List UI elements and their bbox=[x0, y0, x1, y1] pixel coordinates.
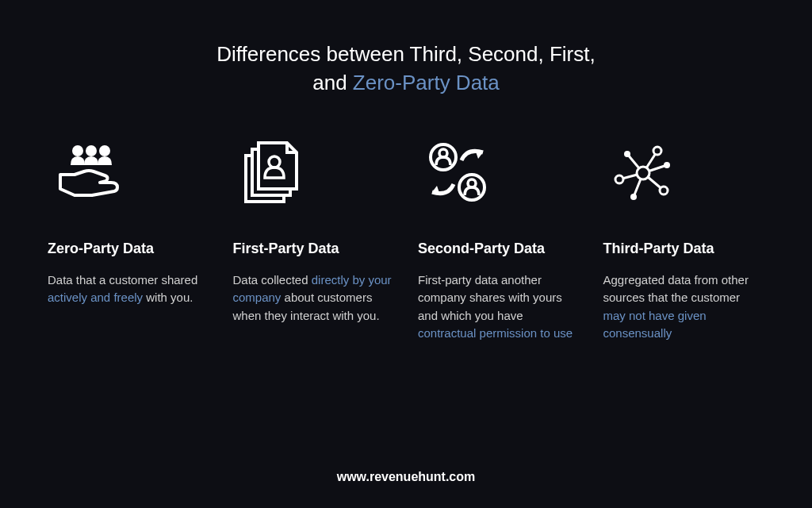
column-third-party: Third-Party Data Aggregated data from ot… bbox=[603, 137, 765, 454]
header: Differences between Third, Second, First… bbox=[48, 40, 764, 98]
desc-highlight: may not have given consensually bbox=[603, 309, 707, 341]
svg-point-21 bbox=[615, 175, 623, 183]
svg-point-2 bbox=[99, 145, 110, 156]
footer-url: www.revenuehunt.com bbox=[337, 470, 476, 483]
column-title: Second-Party Data bbox=[418, 241, 580, 257]
desc-highlight: contractual permission to use bbox=[418, 326, 573, 340]
column-title: Third-Party Data bbox=[603, 241, 765, 257]
svg-point-18 bbox=[664, 162, 670, 168]
column-description: Data that a customer shared actively and… bbox=[48, 271, 209, 307]
svg-point-20 bbox=[630, 194, 637, 200]
documents-icon bbox=[233, 137, 395, 209]
svg-point-0 bbox=[72, 145, 83, 156]
title-line1: Differences between Third, Second, First… bbox=[216, 42, 595, 66]
title-line2-prefix: and bbox=[312, 71, 353, 94]
column-description: Data collected directly by your company … bbox=[233, 271, 395, 325]
desc-prefix: Data collected bbox=[233, 273, 312, 287]
column-title: Zero-Party Data bbox=[48, 241, 209, 257]
svg-point-17 bbox=[653, 147, 661, 155]
column-first-party: First-Party Data Data collected directly… bbox=[233, 137, 395, 454]
desc-prefix: Data that a customer shared bbox=[48, 273, 197, 287]
column-title: First-Party Data bbox=[233, 241, 395, 257]
main-container: Differences between Third, Second, First… bbox=[0, 0, 812, 508]
columns-wrapper: Zero-Party Data Data that a customer sha… bbox=[48, 137, 764, 454]
desc-prefix: Aggregated data from other sources that … bbox=[603, 273, 749, 305]
column-zero-party: Zero-Party Data Data that a customer sha… bbox=[48, 137, 209, 454]
desc-highlight: actively and freely bbox=[48, 291, 143, 304]
hand-people-icon bbox=[48, 137, 209, 209]
svg-point-22 bbox=[624, 151, 630, 157]
column-second-party: Second-Party Data First-party data anoth… bbox=[418, 137, 580, 454]
svg-point-1 bbox=[86, 145, 97, 156]
footer: www.revenuehunt.com bbox=[48, 470, 764, 484]
svg-point-16 bbox=[637, 167, 649, 179]
exchange-people-icon bbox=[418, 137, 580, 209]
network-icon bbox=[603, 137, 765, 209]
title-accent: Zero-Party Data bbox=[353, 71, 500, 94]
svg-point-19 bbox=[660, 187, 668, 194]
page-title: Differences between Third, Second, First… bbox=[48, 40, 764, 98]
desc-suffix: with you. bbox=[143, 291, 193, 304]
column-description: First-party data another company shares … bbox=[418, 271, 580, 343]
desc-prefix: First-party data another company shares … bbox=[418, 273, 562, 322]
column-description: Aggregated data from other sources that … bbox=[603, 271, 765, 343]
